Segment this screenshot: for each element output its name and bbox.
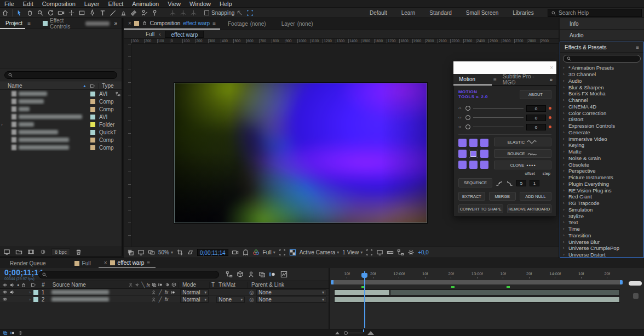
menu-item[interactable]: Composition bbox=[38, 1, 80, 7]
zoom-out-mountain-icon[interactable] bbox=[335, 332, 340, 334]
vertical-scrollbar[interactable] bbox=[629, 281, 642, 286]
anchor-tile-center[interactable] bbox=[469, 150, 478, 158]
layer-expand-chevron[interactable]: › bbox=[29, 297, 31, 302]
exposure-gear-icon[interactable] bbox=[407, 249, 415, 256]
snap-bounds-icon[interactable] bbox=[245, 8, 255, 18]
adjustment-icon[interactable] bbox=[39, 248, 47, 255]
panel-menu-icon[interactable]: ≡ bbox=[636, 44, 639, 50]
slider-value-input[interactable]: 0 bbox=[526, 105, 546, 112]
pan-behind-tool-icon[interactable] bbox=[66, 8, 77, 18]
effects-category[interactable]: › Red Giant bbox=[560, 193, 643, 200]
expand-chevron-icon[interactable]: › bbox=[563, 220, 566, 225]
layer-fx-icon[interactable]: fx bbox=[165, 289, 169, 295]
expand-chevron-icon[interactable]: › bbox=[563, 136, 566, 141]
effects-category[interactable]: › Plugin Everything bbox=[560, 181, 643, 187]
effects-category[interactable]: › Transition bbox=[560, 232, 643, 239]
sequence-reverse-icon[interactable] bbox=[506, 179, 513, 186]
layer-visibility-icon[interactable] bbox=[2, 289, 8, 295]
effects-category[interactable]: › Universe CrumplePop bbox=[560, 245, 643, 252]
tab-motion-tools[interactable]: Motion Tools 2 bbox=[453, 74, 492, 86]
layer-shy-icon[interactable] bbox=[151, 290, 156, 295]
expand-chevron-icon[interactable]: › bbox=[563, 91, 566, 96]
add-null-button[interactable]: ADD NULL bbox=[520, 192, 551, 201]
breadcrumb-root[interactable]: Full bbox=[146, 31, 154, 37]
expand-chevron-icon[interactable]: › bbox=[563, 156, 566, 161]
menu-item[interactable]: Help bbox=[215, 1, 237, 7]
slider-track[interactable] bbox=[473, 127, 524, 127]
preview-timecode[interactable]: 0;00;11;14 bbox=[197, 249, 228, 256]
scroll-grip-icon[interactable] bbox=[633, 293, 639, 299]
label-column-icon[interactable] bbox=[90, 83, 95, 89]
trkmat-dropdown[interactable]: None▾ bbox=[216, 297, 245, 303]
tab-composition[interactable]: × Composition effect warp ≡ bbox=[124, 18, 220, 30]
guides-icon[interactable] bbox=[366, 249, 373, 256]
hand-tool-icon[interactable] bbox=[25, 8, 35, 18]
layer-quality-icon[interactable]: ╱ bbox=[159, 297, 162, 303]
delete-icon[interactable] bbox=[75, 248, 82, 255]
layer-quality-icon[interactable]: ╱ bbox=[159, 289, 162, 295]
layer-visibility-icon[interactable] bbox=[2, 297, 8, 302]
workspace-tab[interactable]: Libraries bbox=[505, 10, 540, 16]
frame-blend-switch-icon[interactable] bbox=[152, 282, 157, 287]
channels-icon[interactable] bbox=[252, 249, 260, 256]
eraser-tool-icon[interactable] bbox=[129, 8, 139, 18]
workspace-tab[interactable]: Default bbox=[363, 10, 394, 16]
transparency-grid-icon[interactable] bbox=[289, 249, 296, 256]
type-tool-icon[interactable] bbox=[97, 8, 108, 18]
view-layout-dropdown[interactable]: 1 View▾ bbox=[342, 249, 363, 255]
expand-chevron-icon[interactable]: › bbox=[563, 143, 566, 147]
project-row[interactable]: › AVI bbox=[0, 113, 122, 121]
tab-layer[interactable]: Layer(none) bbox=[274, 21, 321, 27]
pen-tool-icon[interactable] bbox=[87, 8, 97, 18]
tab-effect-controls[interactable]: Effect Controls bbox=[48, 18, 85, 30]
comp-mini-flowchart-icon[interactable] bbox=[226, 271, 233, 278]
region-of-interest-icon[interactable] bbox=[279, 249, 286, 256]
slider-value-input[interactable]: 0 bbox=[526, 124, 546, 130]
number-column[interactable]: # bbox=[42, 282, 45, 288]
more-tabs-chevron[interactable]: » bbox=[110, 20, 122, 26]
sequence-offset-input[interactable]: 5 bbox=[516, 180, 526, 186]
slider-track[interactable] bbox=[473, 108, 524, 109]
merge-button[interactable]: MERGE bbox=[489, 192, 516, 201]
effects-category[interactable]: › RE:Vision Plug-ins bbox=[560, 187, 643, 193]
new-composition-icon[interactable] bbox=[27, 248, 34, 255]
pickwhip-icon[interactable]: ◎ bbox=[249, 297, 254, 303]
expand-chevron-icon[interactable]: › bbox=[563, 175, 566, 180]
expand-chevron-icon[interactable]: › bbox=[563, 168, 566, 173]
remove-artboard-button[interactable]: REMOVE ARTBOARD bbox=[507, 204, 552, 213]
effects-presets-title[interactable]: Effects & Presets bbox=[565, 44, 607, 50]
layer-expand-chevron[interactable]: › bbox=[29, 290, 31, 295]
expand-chevron-icon[interactable]: › bbox=[563, 104, 566, 109]
expand-chevron-icon[interactable]: › bbox=[563, 78, 566, 83]
menu-item[interactable]: Effect bbox=[104, 1, 128, 7]
effects-category[interactable]: › Immersive Video bbox=[560, 135, 643, 142]
breadcrumb-current[interactable]: effect warp bbox=[165, 31, 204, 38]
timeline-graph-area[interactable]: 10f20f12:00f10f20f13:00f10f20f14:00f10f2… bbox=[329, 268, 644, 329]
workspace-tab[interactable]: Small Screen bbox=[459, 10, 505, 16]
layer-1-bar[interactable] bbox=[390, 289, 620, 295]
slider-mode-icon[interactable]: ‹› bbox=[458, 115, 463, 120]
effects-category[interactable]: › Keying bbox=[560, 142, 643, 149]
video-column-icon[interactable] bbox=[2, 282, 8, 288]
effects-category[interactable]: › Boris FX Mocha bbox=[560, 90, 643, 97]
expand-chevron-icon[interactable]: › bbox=[563, 117, 566, 122]
slider-knob[interactable] bbox=[465, 106, 470, 111]
hide-shy-layers-icon[interactable] bbox=[248, 271, 255, 278]
project-row[interactable]: › Comp bbox=[0, 105, 122, 113]
label-column-icon[interactable] bbox=[31, 282, 36, 288]
timeline-search-input[interactable] bbox=[38, 271, 219, 278]
fx-switch-icon[interactable]: fx bbox=[146, 282, 150, 288]
work-area-start-handle[interactable] bbox=[331, 280, 334, 284]
comp-marker[interactable] bbox=[507, 286, 510, 288]
expand-chevron-icon[interactable]: › bbox=[563, 233, 566, 238]
effects-category[interactable]: › 3D Channel bbox=[560, 71, 643, 78]
show-snapshot-icon[interactable] bbox=[242, 249, 249, 256]
expand-chevron-icon[interactable]: › bbox=[563, 194, 566, 199]
expand-chevron-icon[interactable]: › bbox=[563, 207, 566, 212]
menu-item[interactable]: File bbox=[0, 1, 19, 7]
blend-mode-dropdown[interactable]: Normal▾ bbox=[180, 297, 209, 303]
close-tab-icon[interactable]: × bbox=[104, 260, 107, 266]
layer-label-swatch[interactable] bbox=[33, 290, 38, 295]
snapping-checkbox[interactable] bbox=[204, 10, 209, 15]
project-search-input[interactable] bbox=[4, 71, 117, 79]
